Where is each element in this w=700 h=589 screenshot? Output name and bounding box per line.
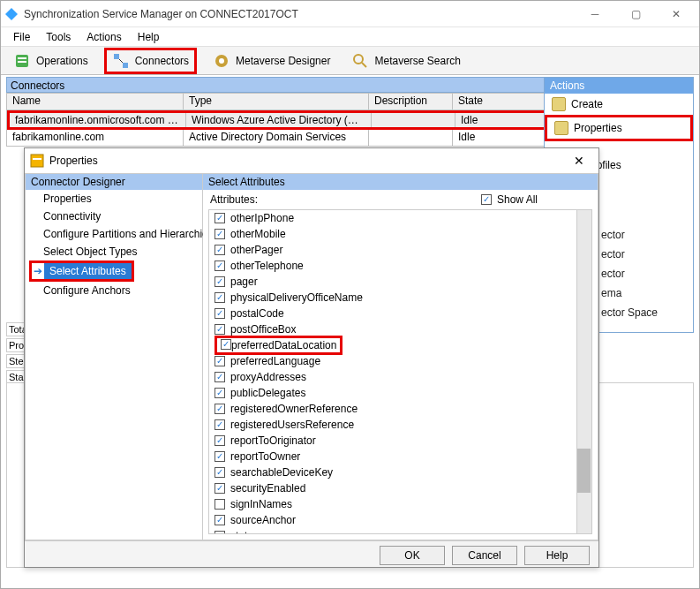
col-description[interactable]: Description — [369, 94, 453, 109]
attribute-row[interactable]: searchableDeviceKey — [209, 464, 591, 480]
attribute-row[interactable]: reportToOriginator — [209, 433, 591, 449]
menu-actions[interactable]: Actions — [79, 29, 128, 45]
checkbox-icon[interactable] — [215, 499, 225, 510]
cancel-button[interactable]: Cancel — [452, 546, 517, 565]
attribute-label: pager — [230, 276, 258, 288]
checkbox-icon[interactable] — [215, 324, 225, 335]
attribute-row[interactable]: sourceAnchor — [209, 512, 591, 528]
dialog-close-button[interactable]: ✕ — [565, 152, 593, 170]
attribute-label: sourceAnchor — [230, 514, 296, 526]
create-icon — [552, 97, 566, 111]
menubar: File Tools Actions Help — [1, 27, 699, 47]
designer-item-configure-anchors[interactable]: Configure Anchors — [26, 282, 202, 299]
attribute-row[interactable]: otherTelephone — [209, 258, 591, 274]
attribute-row[interactable]: proxyAddresses — [209, 369, 591, 385]
svg-rect-12 — [33, 158, 41, 160]
attribute-row[interactable]: otherMobile — [209, 226, 591, 242]
peek-text: ema — [601, 287, 621, 299]
attribute-label: postOfficeBox — [230, 323, 296, 336]
designer-item-partitions[interactable]: Configure Partitions and Hierarchies — [26, 225, 202, 243]
checkbox-icon[interactable] — [215, 435, 225, 446]
cell-desc — [369, 130, 453, 146]
action-create[interactable]: Create — [545, 94, 693, 115]
attribute-row[interactable]: reportToOwner — [209, 449, 591, 464]
attribute-row[interactable]: pager — [209, 274, 591, 290]
ok-button[interactable]: OK — [380, 546, 445, 565]
attribute-row[interactable]: otherPager — [209, 242, 591, 258]
minimize-button[interactable]: ─ — [576, 2, 614, 26]
close-button[interactable]: ✕ — [657, 2, 696, 26]
action-create-label: Create — [571, 98, 603, 110]
menu-help[interactable]: Help — [131, 29, 167, 45]
attribute-row[interactable]: physicalDeliveryOfficeName — [209, 290, 591, 306]
cell-type: Windows Azure Active Directory (Micr... — [186, 113, 372, 127]
action-properties-label: Properties — [574, 122, 622, 134]
designer-item-properties[interactable]: Properties — [26, 190, 202, 208]
checkbox-icon[interactable] — [215, 388, 225, 398]
checkbox-icon[interactable] — [215, 229, 225, 239]
checkbox-icon[interactable] — [215, 483, 225, 494]
col-type[interactable]: Type — [184, 94, 369, 109]
designer-item-select-attributes[interactable]: Select Attributes — [44, 263, 132, 279]
checkbox-icon[interactable] — [215, 467, 225, 478]
metaverse-search-icon — [351, 52, 369, 70]
checkbox-icon[interactable] — [215, 261, 225, 271]
attribute-row[interactable]: state — [209, 528, 591, 534]
attribute-row[interactable]: registeredOwnerReference — [209, 401, 591, 417]
attribute-row[interactable]: securityEnabled — [209, 480, 591, 496]
svg-rect-4 — [114, 54, 119, 59]
attribute-label: signInNames — [230, 498, 292, 510]
attribute-label: registeredUsersReference — [230, 419, 354, 431]
attributes-listbox[interactable]: otherIpPhoneotherMobileotherPagerotherTe… — [208, 209, 592, 534]
show-all-checkbox[interactable]: Show All — [481, 193, 538, 206]
scrollbar-thumb[interactable] — [577, 449, 591, 493]
help-button[interactable]: Help — [524, 546, 590, 565]
attribute-row[interactable]: postalCode — [209, 306, 591, 321]
checkbox-icon[interactable] — [215, 276, 225, 287]
checkbox-icon[interactable] — [215, 451, 225, 462]
toolbar-operations[interactable]: Operations — [8, 50, 94, 72]
checkbox-icon[interactable] — [215, 372, 225, 382]
toolbar-metaverse-search[interactable]: Metaverse Search — [346, 50, 465, 72]
checkbox-icon[interactable] — [215, 308, 225, 319]
toolbar: Operations Connectors Metaverse Designer… — [1, 47, 699, 75]
col-name[interactable]: Name — [7, 94, 184, 109]
checkbox-icon[interactable] — [215, 531, 225, 534]
svg-rect-3 — [18, 61, 26, 63]
checkbox-icon[interactable] — [215, 292, 225, 303]
attribute-row[interactable]: preferredLanguage — [209, 353, 591, 369]
maximize-button[interactable]: ▢ — [616, 2, 655, 26]
toolbar-metaverse-designer[interactable]: Metaverse Designer — [207, 50, 335, 72]
attribute-row[interactable]: otherIpPhone — [209, 210, 591, 226]
peek-text: ector — [601, 268, 625, 280]
checkbox-icon[interactable] — [215, 404, 225, 414]
checkbox-icon[interactable] — [215, 356, 225, 366]
cell-state: Idle — [455, 113, 551, 127]
checkbox-icon[interactable] — [215, 245, 225, 255]
menu-file[interactable]: File — [6, 29, 37, 45]
checkbox-icon[interactable] — [221, 339, 231, 350]
attribute-label: reportToOwner — [230, 450, 300, 463]
attribute-row[interactable]: signInNames — [209, 496, 591, 512]
col-state[interactable]: State — [453, 94, 548, 109]
attribute-row[interactable]: publicDelegates — [209, 385, 591, 401]
checkbox-icon[interactable] — [215, 515, 225, 525]
toolbar-mvdesigner-label: Metaverse Designer — [236, 55, 330, 67]
toolbar-connectors[interactable]: Connectors — [104, 48, 197, 74]
checkbox-icon[interactable] — [215, 419, 225, 430]
designer-item-connectivity[interactable]: Connectivity — [26, 208, 202, 225]
checkbox-icon[interactable] — [215, 213, 225, 223]
peek-text: ector — [601, 248, 625, 261]
attribute-row[interactable]: preferredDataLocation — [209, 337, 591, 353]
attributes-label: Attributes: — [210, 193, 258, 206]
attribute-label: otherIpPhone — [230, 212, 294, 224]
attribute-label: otherTelephone — [230, 260, 304, 272]
attribute-row[interactable]: registeredUsersReference — [209, 417, 591, 433]
metaverse-designer-icon — [213, 52, 230, 70]
designer-item-object-types[interactable]: Select Object Types — [26, 243, 202, 261]
app-icon — [4, 7, 19, 21]
scrollbar[interactable] — [576, 210, 591, 533]
select-attributes-pane: Select Attributes Attributes: Show All o… — [203, 173, 598, 540]
action-properties[interactable]: Properties — [545, 115, 693, 141]
menu-tools[interactable]: Tools — [39, 29, 78, 45]
